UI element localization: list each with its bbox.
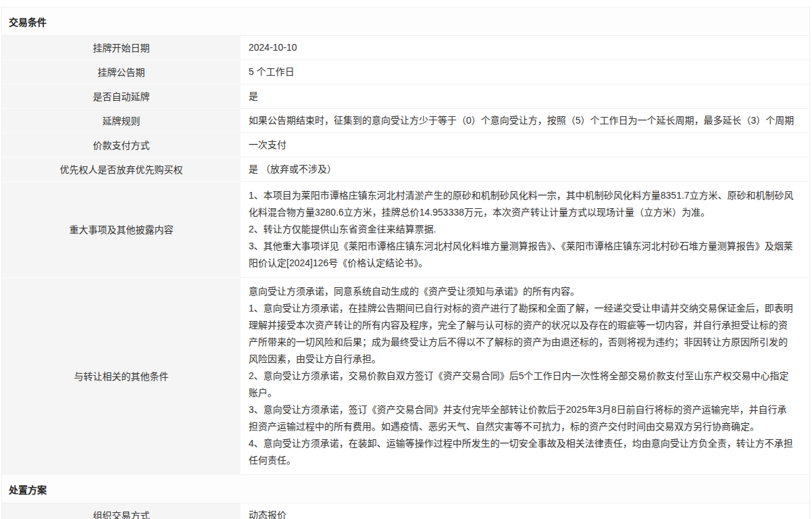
table-row-listing-start-date: 挂牌开始日期 2024-10-10 bbox=[2, 36, 809, 60]
row-label: 延牌规则 bbox=[2, 109, 240, 133]
row-label: 是否自动延牌 bbox=[2, 84, 240, 109]
value-text: 2、转让方仅能提供山东省资金往来结算票据. bbox=[249, 221, 796, 238]
value-text: 1、本项目为莱阳市谭格庄镇东河北村清淤产生的原砂和机制砂风化料一宗，其中机制砂风… bbox=[249, 187, 796, 221]
row-value: 意向受让方须承诺，同意系统自动生成的《资产受让须知与承诺》的所有内容。 1、意向… bbox=[240, 278, 809, 475]
table-row-other-transfer-conditions: 与转让相关的其他条件 意向受让方须承诺，同意系统自动生成的《资产受让须知与承诺》… bbox=[2, 278, 809, 475]
row-label: 挂牌公告期 bbox=[2, 60, 240, 84]
row-value: 是 （放弃或不涉及） bbox=[240, 157, 809, 182]
row-label: 挂牌开始日期 bbox=[2, 36, 240, 60]
table-row-preemptive-right-waiver: 优先权人是否放弃优先购买权 是 （放弃或不涉及） bbox=[2, 157, 809, 182]
value-text: 如果公告期结束时，征集到的意向受让方少于等于（0）个意向受让方，按照（5）个工作… bbox=[249, 112, 796, 129]
row-value: 动态报价 bbox=[240, 503, 809, 519]
conditions-table: 交易条件 挂牌开始日期 2024-10-10 挂牌公告期 5 个工作日 是否自动… bbox=[1, 7, 810, 519]
section-title: 交易条件 bbox=[9, 15, 47, 28]
row-value: 如果公告期结束时，征集到的意向受让方少于等于（0）个意向受让方，按照（5）个工作… bbox=[240, 109, 809, 133]
value-text: 1、意向受让方须承诺，在挂牌公告期间已自行对标的资产进行了勘探和全面了解，一经递… bbox=[249, 300, 796, 368]
row-value: 一次支付 bbox=[240, 133, 809, 157]
value-text: 一次支付 bbox=[249, 137, 796, 153]
table-row-auto-extension: 是否自动延牌 是 bbox=[2, 84, 809, 109]
row-value: 1、本项目为莱阳市谭格庄镇东河北村清淤产生的原砂和机制砂风化料一宗，其中机制砂风… bbox=[240, 182, 809, 278]
value-text: 动态报价 bbox=[249, 507, 796, 519]
value-text: 3、意向受让方须承诺，签订《资产交易合同》并支付完毕全部转让价款后于2025年3… bbox=[249, 401, 796, 435]
section-title: 处置方案 bbox=[9, 483, 47, 496]
table-row-announcement-period: 挂牌公告期 5 个工作日 bbox=[2, 60, 809, 84]
row-value: 是 bbox=[240, 84, 809, 109]
table-row-major-matters-disclosure: 重大事项及其他披露内容 1、本项目为莱阳市谭格庄镇东河北村清淤产生的原砂和机制砂… bbox=[2, 182, 809, 278]
row-label: 价款支付方式 bbox=[2, 133, 240, 157]
value-text: 是 （放弃或不涉及） bbox=[249, 161, 796, 178]
row-label: 组织交易方式 bbox=[2, 503, 240, 519]
value-text: 3、其他重大事项详见《莱阳市谭格庄镇东河北村风化料堆方量测算报告》、《莱阳市谭格… bbox=[249, 238, 796, 272]
asset-listing-detail-page: 交易条件 挂牌开始日期 2024-10-10 挂牌公告期 5 个工作日 是否自动… bbox=[0, 0, 812, 519]
table-row-extension-rule: 延牌规则 如果公告期结束时，征集到的意向受让方少于等于（0）个意向受让方，按照（… bbox=[2, 109, 809, 133]
value-text: 2024-10-10 bbox=[249, 39, 796, 56]
row-value: 2024-10-10 bbox=[240, 36, 809, 60]
section-header-disposal-plan: 处置方案 bbox=[2, 475, 809, 503]
section-header-trade-conditions: 交易条件 bbox=[2, 7, 809, 36]
row-label: 优先权人是否放弃优先购买权 bbox=[2, 157, 240, 182]
value-text: 5 个工作日 bbox=[249, 64, 796, 80]
table-row-payment-method: 价款支付方式 一次支付 bbox=[2, 133, 809, 157]
row-value: 5 个工作日 bbox=[240, 60, 809, 84]
row-label: 重大事项及其他披露内容 bbox=[2, 182, 240, 278]
value-text: 意向受让方须承诺，同意系统自动生成的《资产受让须知与承诺》的所有内容。 bbox=[249, 283, 796, 300]
table-row-trading-organization-method: 组织交易方式 动态报价 bbox=[2, 503, 809, 519]
value-text: 2、意向受让方须承诺，交易价款自双方签订《资产交易合同》后5个工作日内一次性将全… bbox=[249, 368, 796, 401]
value-text: 4、意向受让方须承诺，在装卸、运输等操作过程中所发生的一切安全事故及相关法律责任… bbox=[249, 435, 796, 469]
value-text: 是 bbox=[249, 88, 796, 105]
row-label: 与转让相关的其他条件 bbox=[2, 278, 240, 475]
